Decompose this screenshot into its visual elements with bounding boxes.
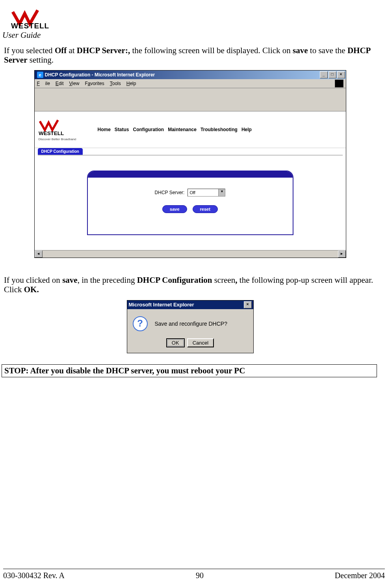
close-button[interactable]: × [337,71,345,78]
dhcp-server-select[interactable]: Off [188,189,225,197]
menu-bar: File Edit View Favorites Tools Help [35,79,346,88]
dialog-message: Save and reconfigure DHCP? [155,321,227,327]
svg-text:WESTELL: WESTELL [11,22,49,30]
confirm-dialog: Microsoft Internet Explorer × ? Save and… [127,300,254,353]
dhcp-card: DHCP Server: Off save reset [87,171,293,235]
page-footer: 030-300432 Rev. A 90 December 2004 [3,571,385,580]
menu-help[interactable]: Help [126,81,136,86]
dhcp-config-screenshot: e DHCP Configuration - Microsoft Interne… [34,70,346,258]
menu-edit[interactable]: Edit [56,81,64,86]
question-icon: ? [133,316,148,331]
nav-help[interactable]: Help [241,127,252,132]
reset-button[interactable]: reset [193,205,218,213]
menu-file[interactable]: File [37,81,50,86]
nav-troubleshooting[interactable]: Troubleshooting [200,127,238,132]
svg-text:WESTELL: WESTELL [39,130,64,136]
ie-icon: e [37,72,43,78]
save-button[interactable]: save [162,205,187,213]
stop-notice: STOP: After you disable the DHCP server,… [2,364,377,377]
user-guide-label: User Guide [0,30,380,40]
paragraph-2: If you clicked on save, in the preceding… [4,275,376,294]
window-titlebar: e DHCP Configuration - Microsoft Interne… [35,70,346,79]
menu-tools[interactable]: Tools [110,81,121,86]
footer-rule [3,569,385,569]
minimize-button[interactable]: _ [320,71,328,78]
westell-inner-logo: WESTELL Discover Better Broadband [35,119,86,141]
throbber-icon [335,80,343,87]
window-title: DHCP Configuration - Microsoft Internet … [45,72,155,78]
dialog-close-button[interactable]: × [244,301,252,308]
nav-maintenance[interactable]: Maintenance [168,127,197,132]
tagline: Discover Better Broadband [39,137,86,141]
dhcp-server-label: DHCP Server: [155,190,185,195]
footer-pagenum: 90 [196,571,204,580]
footer-date: December 2004 [335,571,385,580]
dialog-titlebar: Microsoft Internet Explorer × [127,300,253,309]
tab-dhcp-configuration[interactable]: DHCP Configuration [38,148,83,155]
scroll-right-button[interactable]: ► [338,250,346,258]
nav-links: Home Status Configuration Maintenance Tr… [98,127,252,132]
nav-configuration[interactable]: Configuration [133,127,164,132]
horizontal-scrollbar[interactable]: ◄ ► [35,250,346,258]
page-logo: WESTELL [0,8,380,30]
paragraph-1: If you selected Off at DHCP Server:, the… [4,46,376,65]
scroll-left-button[interactable]: ◄ [35,250,43,258]
toolbar [35,88,346,111]
dialog-title: Microsoft Internet Explorer [129,302,194,308]
header-panel: WESTELL Discover Better Broadband Home S… [35,111,346,148]
nav-status[interactable]: Status [115,127,129,132]
menu-favorites[interactable]: Favorites [85,81,104,86]
footer-docnum: 030-300432 Rev. A [3,571,65,580]
ok-button[interactable]: OK [166,338,185,347]
cancel-button[interactable]: Cancel [187,338,214,347]
menu-view[interactable]: View [69,81,80,86]
maximize-button[interactable]: □ [329,71,336,78]
nav-home[interactable]: Home [98,127,111,132]
